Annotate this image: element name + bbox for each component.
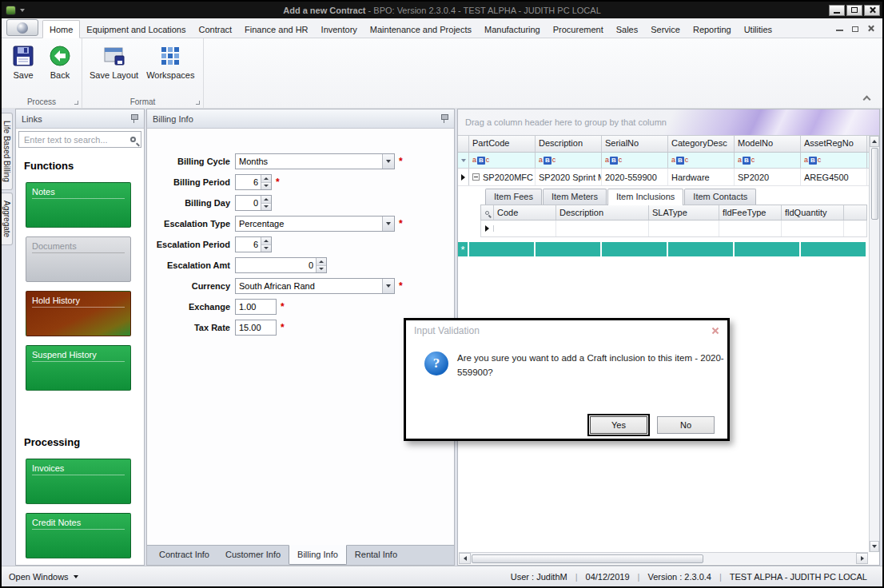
tab-item-contacts[interactable]: Item Contacts [684, 189, 756, 205]
table-row[interactable]: SP2020MFC SP2020 Sprint MFC 2020-559900 … [458, 169, 879, 186]
tab-rental-info[interactable]: Rental Info [347, 546, 405, 565]
scroll-up-button[interactable] [870, 136, 879, 147]
tab-procurement[interactable]: Procurement [547, 21, 610, 38]
no-button[interactable]: No [657, 416, 715, 434]
tab-item-fees[interactable]: Item Fees [485, 189, 542, 205]
save-button[interactable]: Save [6, 42, 40, 81]
scrollbar-thumb[interactable] [472, 554, 703, 563]
subcolumn-header-fldquantity[interactable]: fldQuantity [782, 205, 844, 220]
scroll-down-button[interactable] [870, 541, 879, 552]
tab-service[interactable]: Service [644, 21, 687, 38]
child-close-icon[interactable] [867, 25, 874, 32]
scroll-left-button[interactable] [459, 553, 471, 564]
escalation-period-stepper[interactable] [235, 236, 272, 252]
tab-reporting[interactable]: Reporting [687, 21, 738, 38]
tab-sales[interactable]: Sales [610, 21, 645, 38]
notes-button[interactable]: Notes [26, 182, 131, 228]
billing-period-input[interactable] [236, 175, 261, 189]
invoices-button[interactable]: Invoices [26, 459, 131, 504]
subgrid-empty-row[interactable] [480, 220, 867, 237]
tab-contract-info[interactable]: Contract Info [151, 546, 217, 565]
escalation-amt-stepper[interactable] [235, 257, 327, 273]
child-minimize-icon[interactable] [836, 30, 843, 31]
pin-icon[interactable] [440, 114, 448, 123]
column-header-description[interactable]: Description [536, 136, 602, 152]
credit-notes-button[interactable]: Credit Notes [26, 513, 131, 558]
subcolumn-header-description[interactable]: Description [556, 205, 649, 220]
child-restore-icon[interactable] [852, 26, 858, 32]
yes-button[interactable]: Yes [590, 416, 647, 434]
new-row-cell[interactable] [602, 242, 668, 256]
column-header-partcode[interactable]: PartCode [469, 136, 536, 152]
workspaces-button[interactable]: Workspaces [144, 42, 197, 81]
filter-cell-modelno[interactable]: aBc [735, 153, 801, 168]
tab-contract[interactable]: Contract [193, 21, 239, 38]
tax-rate-field[interactable] [235, 320, 277, 336]
column-header-modelno[interactable]: ModelNo [735, 136, 801, 152]
hold-history-button[interactable]: Hold History [26, 291, 131, 336]
save-layout-button[interactable]: Save Layout [87, 42, 141, 81]
tab-maintenance-and-projects[interactable]: Maintenance and Projects [364, 21, 478, 38]
format-group-launcher-icon[interactable] [196, 101, 200, 105]
spin-down-icon[interactable] [317, 265, 326, 273]
tab-utilities[interactable]: Utilities [738, 21, 778, 38]
side-tab-aggregate[interactable]: Aggregate [2, 193, 13, 245]
subcolumn-header-fldfeetype[interactable]: fldFeeType [719, 205, 782, 220]
application-menu-button[interactable] [6, 19, 38, 36]
new-row-cell[interactable] [735, 242, 801, 256]
horizontal-scrollbar[interactable] [459, 552, 868, 564]
scrollbar-thumb[interactable] [871, 148, 878, 220]
subcolumn-header-code[interactable]: Code [494, 205, 556, 220]
back-button[interactable]: Back [43, 42, 77, 81]
new-row-band[interactable]: * [458, 242, 879, 256]
filter-cell-assetregno[interactable]: aBc [801, 153, 867, 168]
escalation-amt-input[interactable] [236, 258, 316, 272]
tab-billing-info[interactable]: Billing Info [289, 545, 347, 565]
column-header-categorydesc[interactable]: CategoryDesc [668, 136, 735, 152]
side-tab-life-based-billing[interactable]: Life Based Billing [2, 113, 13, 190]
collapse-ribbon-chevron-icon[interactable] [863, 96, 871, 104]
escalation-type-dropdown[interactable]: Percentage [235, 216, 395, 232]
spin-down-icon[interactable] [261, 203, 271, 211]
filter-cell-partcode[interactable]: aBc [469, 153, 536, 168]
spin-up-icon[interactable] [261, 196, 271, 203]
subcolumn-header-slatype[interactable]: SLAType [649, 205, 719, 220]
chevron-down-icon[interactable] [382, 279, 394, 293]
new-row-cell[interactable] [668, 242, 735, 256]
open-windows-dropdown[interactable]: Open Windows [9, 572, 78, 582]
search-icon[interactable] [130, 137, 136, 142]
spin-up-icon[interactable] [261, 237, 271, 244]
new-row-cell[interactable] [801, 242, 867, 256]
search-input[interactable] [22, 134, 130, 145]
spin-down-icon[interactable] [261, 182, 271, 190]
escalation-period-input[interactable] [236, 237, 261, 252]
tab-item-meters[interactable]: Item Meters [543, 189, 607, 205]
maximize-button[interactable] [846, 5, 862, 16]
billing-cycle-dropdown[interactable]: Months [235, 153, 395, 169]
filter-cell-serialno[interactable]: aBc [602, 153, 668, 168]
tab-manufacturing[interactable]: Manufacturing [478, 21, 547, 38]
filter-cell-categorydesc[interactable]: aBc [668, 153, 735, 168]
billing-day-input[interactable] [236, 196, 261, 210]
process-group-launcher-icon[interactable] [74, 101, 78, 105]
spin-up-icon[interactable] [261, 175, 271, 182]
chevron-down-icon[interactable] [382, 154, 394, 169]
documents-button[interactable]: Documents [26, 236, 131, 282]
suspend-history-button[interactable]: Suspend History [26, 345, 131, 391]
tab-inventory[interactable]: Inventory [315, 21, 364, 38]
pin-icon[interactable] [130, 114, 138, 123]
tab-equipment-and-locations[interactable]: Equipment and Locations [80, 21, 192, 38]
group-by-band[interactable]: Drag a column header here to group by th… [458, 109, 879, 136]
app-icon[interactable] [6, 6, 16, 15]
new-row-cell[interactable] [536, 242, 602, 256]
billing-day-stepper[interactable] [235, 195, 272, 211]
minimize-button[interactable] [829, 5, 845, 16]
collapse-row-icon[interactable] [472, 173, 480, 181]
spin-up-icon[interactable] [317, 258, 326, 265]
vertical-scrollbar[interactable] [869, 136, 879, 552]
tab-home[interactable]: Home [42, 20, 80, 38]
chevron-down-icon[interactable] [382, 217, 394, 231]
new-row-cell[interactable] [469, 242, 536, 256]
currency-dropdown[interactable]: South African Rand [235, 278, 395, 294]
column-header-serialno[interactable]: SerialNo [602, 136, 668, 152]
